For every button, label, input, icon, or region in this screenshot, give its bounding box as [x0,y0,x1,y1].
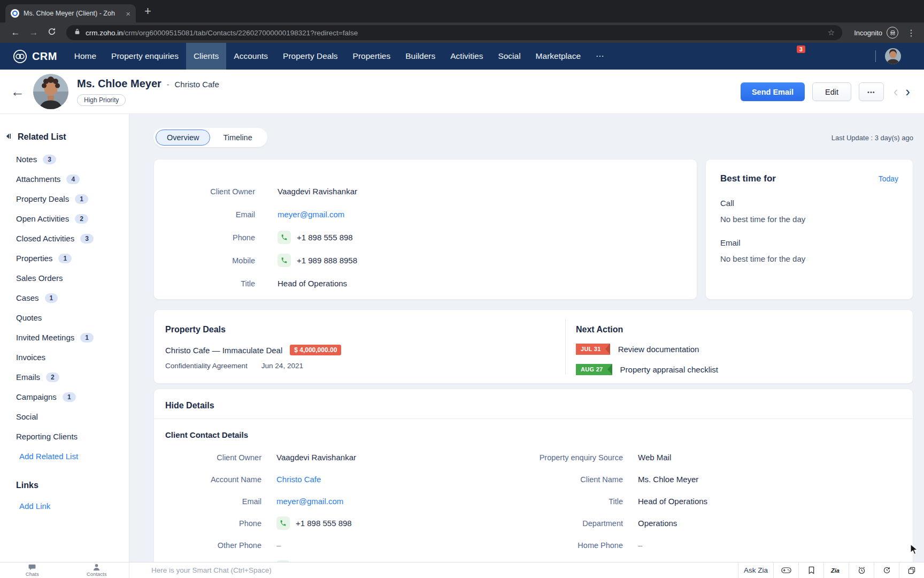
nav-menu: HomeProperty enquiriesClientsAccountsPro… [67,43,612,70]
field-label-email: Email [154,210,255,219]
summary-card: Client OwnerVaagdevi RavishankarEmailmey… [153,159,697,300]
bookmark-star-icon[interactable]: ☆ [828,28,835,37]
tab-timeline[interactable]: Timeline [210,130,265,145]
nav-item-properties[interactable]: Properties [345,43,398,70]
sidebar-item-open-activities[interactable]: Open Activities2 [0,209,129,229]
field-value-email[interactable]: meyer@gmail.com [276,490,481,512]
sidebar-item-label: Social [16,412,38,421]
zoho-logo[interactable]: CRM [13,49,57,64]
smart-chat-input[interactable]: Here is your Smart Chat (Ctrl+Space) [129,562,738,578]
field-value-department: Operations [638,512,913,534]
tab-overview[interactable]: Overview [156,130,210,146]
priority-tag[interactable]: High Priority [77,94,126,106]
client-company[interactable]: Christo Cafe [175,80,219,89]
count-badge: 2 [46,372,59,382]
count-badge: 1 [75,194,88,204]
gamepad-icon[interactable] [773,562,798,578]
add-related-list-link[interactable]: Add Related List [0,446,129,466]
phone-icon[interactable] [278,231,291,244]
sidebar-item-sales-orders[interactable]: Sales Orders [0,268,129,288]
browser-menu-icon[interactable]: ⋮ [906,28,917,38]
best-time-today-link[interactable]: Today [879,174,898,183]
browser-back-icon[interactable]: ← [7,27,24,38]
sidebar-item-label: Emails [16,372,40,382]
deal-name-link[interactable]: Christo Cafe — Immaculate Deal [165,346,282,355]
phone-icon[interactable] [276,516,290,530]
next-action-text: Property appraisal checklist [620,365,718,374]
collapse-panel-icon[interactable] [5,132,12,142]
edit-button[interactable]: Edit [812,82,851,101]
best-time-title: Best time for [720,173,776,184]
field-value-client-owner: Vaagdevi Ravishankar [276,446,481,468]
browser-reload-icon[interactable] [44,27,60,39]
browser-forward-icon[interactable]: → [26,27,42,38]
sidebar-item-closed-activities[interactable]: Closed Activities3 [0,229,129,248]
alarm-icon[interactable] [849,562,874,578]
user-avatar[interactable] [885,48,901,64]
hide-details-toggle[interactable]: Hide Details [154,389,913,419]
nav-item-property-deals[interactable]: Property Deals [275,43,345,70]
new-tab-button[interactable]: + [144,4,151,18]
nav-item-activities[interactable]: Activities [443,43,490,70]
sidebar-item-invited-meetings[interactable]: Invited Meetings1 [0,328,129,347]
zia-icon[interactable]: Zia [823,562,849,578]
field-value-client-owner: Vaagdevi Ravishankar [278,187,697,196]
sidebar-item-property-deals[interactable]: Property Deals1 [0,189,129,209]
related-list-title: Related List [18,132,66,142]
add-link-link[interactable]: Add Link [0,496,129,516]
history-icon[interactable] [874,562,899,578]
sidebar-item-reporting-clients[interactable]: Reporting Clients [0,427,129,446]
send-email-button[interactable]: Send Email [741,82,805,101]
sidebar-item-quotes[interactable]: Quotes [0,308,129,328]
field-value-phone: +1 898 555 898 [278,231,697,244]
sidebar-item-cases[interactable]: Cases1 [0,288,129,308]
last-update-text: Last Update : 3 day(s) ago [831,134,913,142]
sidebar-item-notes[interactable]: Notes3 [0,149,129,169]
field-label-property-enquiry-source: Property enquiry Source [496,446,623,468]
more-actions-button[interactable]: ••• [859,82,884,101]
count-badge: 1 [63,392,76,402]
phone-icon[interactable] [278,254,291,267]
sidebar-item-social[interactable]: Social [0,407,129,427]
address-bar[interactable]: crm.zoho.in/crm/org60009515081/tab/Conta… [66,25,842,40]
chats-button[interactable]: Chats [0,562,65,578]
nav-item-clients[interactable]: Clients [186,43,226,70]
sidebar-item-invoices[interactable]: Invoices [0,347,129,367]
next-action-text: Review documentation [618,345,699,354]
tab-close-icon[interactable]: × [126,10,130,18]
next-record-icon[interactable]: › [905,83,910,100]
next-action-item[interactable]: AUG 27Property appraisal checklist [576,364,913,375]
field-value-account-name[interactable]: Christo Cafe [276,468,481,490]
sidebar-item-campaigns[interactable]: Campaigns1 [0,387,129,407]
sidebar-item-emails[interactable]: Emails2 [0,367,129,387]
nav-item-home[interactable]: Home [67,43,104,70]
ask-zia-button[interactable]: Ask Zia [738,562,773,578]
page-url: crm.zoho.in/crm/org60009515081/tab/Conta… [86,29,358,37]
field-label-department: Department [496,512,623,534]
nav-item-marketplace[interactable]: Marketplace [528,43,588,70]
nav-item-property-enquiries[interactable]: Property enquiries [104,43,186,70]
contacts-button[interactable]: Contacts [65,562,129,578]
back-arrow-icon[interactable]: ← [11,83,25,100]
sidebar-item-label: Cases [16,293,39,302]
nav-item-[interactable]: ⋯ [588,43,612,70]
best-time-email-label: Email [720,238,898,247]
deal-date: Jun 24, 2021 [261,362,303,370]
notification-badge[interactable]: 3 [797,45,805,53]
bookmark-icon[interactable] [798,562,823,578]
best-time-email-value: No best time for the day [720,254,898,263]
field-label-client-name: Client Name [496,468,623,490]
count-badge: 2 [75,214,88,224]
next-action-item[interactable]: JUL 31Review documentation [576,344,913,355]
copy-icon[interactable] [899,562,924,578]
field-label-phone: Phone [165,512,261,534]
sidebar-item-properties[interactable]: Properties1 [0,248,129,268]
browser-tab[interactable]: Ms. Chloe Meyer (Client) - Zoh × [5,4,136,22]
field-value-email[interactable]: meyer@gmail.com [278,210,697,219]
previous-record-icon[interactable]: ‹ [894,83,898,100]
nav-item-accounts[interactable]: Accounts [226,43,275,70]
nav-item-builders[interactable]: Builders [398,43,443,70]
sidebar-item-attachments[interactable]: Attachments4 [0,169,129,189]
summary-row: Emailmeyer@gmail.com [154,203,697,226]
nav-item-social[interactable]: Social [490,43,528,70]
